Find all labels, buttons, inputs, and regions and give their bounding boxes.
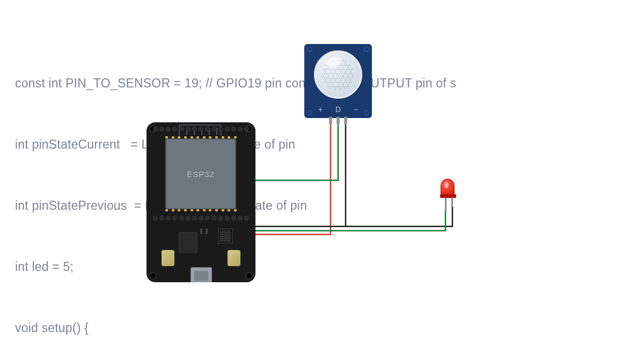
mount-hole-icon [364,47,369,52]
enable-button[interactable] [228,250,240,266]
pir-motion-sensor[interactable]: + D − [304,44,372,118]
mount-hole-icon [149,272,157,280]
pir-pin-labels: + D − [304,105,372,114]
pir-pin-vcc[interactable] [329,117,332,124]
code-line: void setup() { [15,318,458,338]
boot-button[interactable] [162,250,174,266]
solder-row [165,136,237,138]
led-cathode-leg[interactable] [451,197,453,207]
status-led-icon [200,229,202,234]
micro-usb-port[interactable] [191,267,212,282]
esp32-label: ESP32 [187,170,215,179]
usb-serial-chip-icon [218,229,233,244]
pir-pin-gnd[interactable] [344,117,347,124]
mount-hole-icon [245,272,253,280]
pir-fresnel-lens-icon [314,50,362,99]
mount-hole-icon [307,47,312,52]
led-anode-leg[interactable] [445,197,447,211]
red-led[interactable] [441,179,455,197]
code-line: const int PIN_TO_SENSOR = 19; // GPIO19 … [15,73,458,93]
pin-header-top[interactable] [153,127,249,131]
pir-pin-data[interactable] [336,117,340,124]
pin-header-bottom[interactable] [153,216,249,221]
esp32-board[interactable]: ESP32 [147,122,255,282]
solder-row [165,209,237,211]
led-highlight-icon [444,182,449,188]
voltage-regulator-icon [179,232,197,253]
esp32-shield: ESP32 [165,138,236,209]
led-base-icon [440,194,456,198]
status-led-icon [206,229,208,234]
